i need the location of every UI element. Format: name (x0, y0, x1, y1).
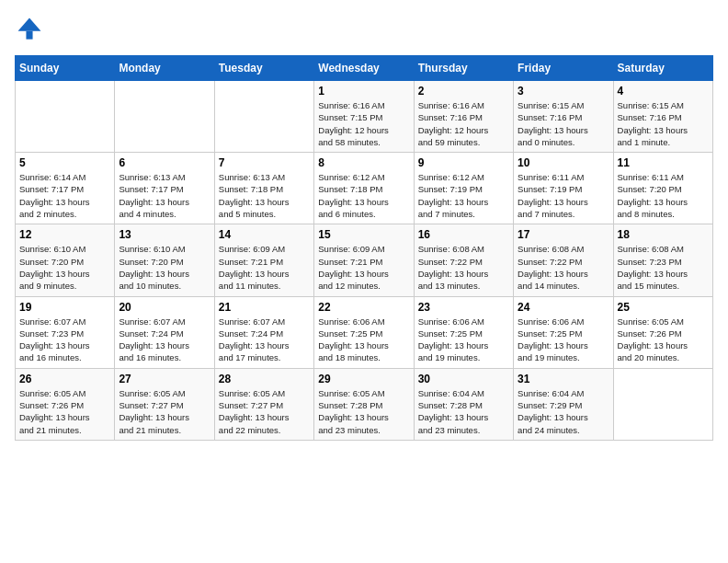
svg-rect-1 (26, 31, 32, 40)
weekday-header: Friday (514, 56, 613, 81)
calendar-cell: 24Sunrise: 6:06 AMSunset: 7:25 PMDayligh… (514, 296, 613, 368)
day-number: 26 (19, 373, 110, 385)
day-number: 21 (219, 301, 310, 314)
day-number: 22 (318, 301, 409, 314)
weekday-header: Thursday (414, 56, 513, 81)
calendar-week-row: 19Sunrise: 6:07 AMSunset: 7:23 PMDayligh… (16, 296, 713, 368)
day-number: 4 (618, 85, 709, 98)
page-header (15, 15, 713, 44)
day-info: Sunrise: 6:07 AMSunset: 7:23 PMDaylight:… (19, 316, 110, 364)
day-number: 8 (318, 156, 409, 169)
day-info: Sunrise: 6:05 AMSunset: 7:27 PMDaylight:… (119, 387, 210, 436)
calendar-cell: 3Sunrise: 6:15 AMSunset: 7:16 PMDaylight… (514, 81, 613, 153)
calendar-cell: 6Sunrise: 6:13 AMSunset: 7:17 PMDaylight… (115, 153, 214, 224)
day-number: 1 (318, 85, 409, 98)
calendar-cell: 8Sunrise: 6:12 AMSunset: 7:18 PMDaylight… (314, 153, 414, 224)
calendar-cell: 28Sunrise: 6:05 AMSunset: 7:27 PMDayligh… (214, 368, 313, 440)
calendar-cell: 4Sunrise: 6:15 AMSunset: 7:16 PMDaylight… (613, 81, 712, 153)
day-number: 5 (19, 156, 110, 169)
calendar-cell: 12Sunrise: 6:10 AMSunset: 7:20 PMDayligh… (16, 224, 115, 296)
calendar-cell: 14Sunrise: 6:09 AMSunset: 7:21 PMDayligh… (214, 224, 313, 296)
day-info: Sunrise: 6:11 AMSunset: 7:19 PMDaylight:… (518, 171, 609, 220)
day-info: Sunrise: 6:15 AMSunset: 7:16 PMDaylight:… (518, 99, 609, 148)
calendar-cell: 9Sunrise: 6:12 AMSunset: 7:19 PMDaylight… (414, 153, 513, 224)
day-info: Sunrise: 6:04 AMSunset: 7:29 PMDaylight:… (518, 387, 609, 436)
calendar-cell: 27Sunrise: 6:05 AMSunset: 7:27 PMDayligh… (115, 368, 214, 440)
weekday-header: Monday (115, 56, 214, 81)
day-info: Sunrise: 6:15 AMSunset: 7:16 PMDaylight:… (618, 99, 709, 148)
day-info: Sunrise: 6:12 AMSunset: 7:18 PMDaylight:… (318, 171, 409, 220)
day-info: Sunrise: 6:07 AMSunset: 7:24 PMDaylight:… (219, 316, 310, 364)
calendar-cell (16, 81, 115, 153)
day-info: Sunrise: 6:12 AMSunset: 7:19 PMDaylight:… (418, 171, 509, 220)
day-number: 16 (418, 228, 509, 241)
day-number: 27 (119, 373, 210, 385)
calendar-cell: 2Sunrise: 6:16 AMSunset: 7:16 PMDaylight… (414, 81, 513, 153)
day-info: Sunrise: 6:13 AMSunset: 7:17 PMDaylight:… (119, 171, 210, 220)
calendar-cell: 19Sunrise: 6:07 AMSunset: 7:23 PMDayligh… (16, 296, 115, 368)
day-info: Sunrise: 6:14 AMSunset: 7:17 PMDaylight:… (19, 171, 110, 220)
calendar-cell: 17Sunrise: 6:08 AMSunset: 7:22 PMDayligh… (514, 224, 613, 296)
calendar-cell: 15Sunrise: 6:09 AMSunset: 7:21 PMDayligh… (314, 224, 414, 296)
calendar-cell: 5Sunrise: 6:14 AMSunset: 7:17 PMDaylight… (16, 153, 115, 224)
calendar-cell: 16Sunrise: 6:08 AMSunset: 7:22 PMDayligh… (414, 224, 513, 296)
day-number: 11 (618, 156, 709, 169)
day-number: 15 (318, 228, 409, 241)
calendar-week-row: 26Sunrise: 6:05 AMSunset: 7:26 PMDayligh… (16, 368, 713, 440)
day-info: Sunrise: 6:05 AMSunset: 7:27 PMDaylight:… (219, 387, 310, 436)
calendar-body: 1Sunrise: 6:16 AMSunset: 7:15 PMDaylight… (16, 81, 713, 441)
calendar-cell: 7Sunrise: 6:13 AMSunset: 7:18 PMDaylight… (214, 153, 313, 224)
svg-marker-0 (18, 18, 41, 31)
day-info: Sunrise: 6:10 AMSunset: 7:20 PMDaylight:… (19, 243, 110, 292)
day-info: Sunrise: 6:08 AMSunset: 7:23 PMDaylight:… (618, 243, 709, 292)
day-number: 13 (119, 228, 210, 241)
day-info: Sunrise: 6:06 AMSunset: 7:25 PMDaylight:… (518, 316, 609, 364)
day-number: 31 (518, 373, 609, 385)
day-number: 9 (418, 156, 509, 169)
weekday-row: SundayMondayTuesdayWednesdayThursdayFrid… (16, 56, 713, 81)
day-number: 3 (518, 85, 609, 98)
calendar-cell: 23Sunrise: 6:06 AMSunset: 7:25 PMDayligh… (414, 296, 513, 368)
day-info: Sunrise: 6:08 AMSunset: 7:22 PMDaylight:… (418, 243, 509, 292)
day-number: 19 (19, 301, 110, 314)
day-number: 7 (219, 156, 310, 169)
logo-icon (15, 15, 44, 44)
day-info: Sunrise: 6:06 AMSunset: 7:25 PMDaylight:… (418, 316, 509, 364)
calendar-cell: 29Sunrise: 6:05 AMSunset: 7:28 PMDayligh… (314, 368, 414, 440)
calendar-header: SundayMondayTuesdayWednesdayThursdayFrid… (16, 56, 713, 81)
calendar-cell (613, 368, 712, 440)
calendar-cell: 10Sunrise: 6:11 AMSunset: 7:19 PMDayligh… (514, 153, 613, 224)
day-number: 30 (418, 373, 509, 385)
calendar-cell: 11Sunrise: 6:11 AMSunset: 7:20 PMDayligh… (613, 153, 712, 224)
day-number: 23 (418, 301, 509, 314)
day-number: 25 (618, 301, 709, 314)
weekday-header: Saturday (613, 56, 712, 81)
day-info: Sunrise: 6:16 AMSunset: 7:16 PMDaylight:… (418, 99, 509, 148)
calendar-cell (214, 81, 313, 153)
day-info: Sunrise: 6:13 AMSunset: 7:18 PMDaylight:… (219, 171, 310, 220)
calendar-cell: 13Sunrise: 6:10 AMSunset: 7:20 PMDayligh… (115, 224, 214, 296)
day-info: Sunrise: 6:16 AMSunset: 7:15 PMDaylight:… (318, 99, 409, 148)
calendar-cell: 18Sunrise: 6:08 AMSunset: 7:23 PMDayligh… (613, 224, 712, 296)
calendar-table: SundayMondayTuesdayWednesdayThursdayFrid… (15, 55, 713, 441)
day-info: Sunrise: 6:07 AMSunset: 7:24 PMDaylight:… (119, 316, 210, 364)
day-number: 14 (219, 228, 310, 241)
day-number: 29 (318, 373, 409, 385)
weekday-header: Sunday (16, 56, 115, 81)
day-info: Sunrise: 6:09 AMSunset: 7:21 PMDaylight:… (318, 243, 409, 292)
day-number: 12 (19, 228, 110, 241)
calendar-cell: 30Sunrise: 6:04 AMSunset: 7:28 PMDayligh… (414, 368, 513, 440)
day-number: 28 (219, 373, 310, 385)
day-info: Sunrise: 6:05 AMSunset: 7:28 PMDaylight:… (318, 387, 409, 436)
logo (15, 15, 48, 44)
day-info: Sunrise: 6:05 AMSunset: 7:26 PMDaylight:… (19, 387, 110, 436)
day-number: 18 (618, 228, 709, 241)
calendar-cell: 31Sunrise: 6:04 AMSunset: 7:29 PMDayligh… (514, 368, 613, 440)
day-number: 10 (518, 156, 609, 169)
weekday-header: Wednesday (314, 56, 414, 81)
calendar-cell: 1Sunrise: 6:16 AMSunset: 7:15 PMDaylight… (314, 81, 414, 153)
calendar-cell: 25Sunrise: 6:05 AMSunset: 7:26 PMDayligh… (613, 296, 712, 368)
day-number: 24 (518, 301, 609, 314)
day-info: Sunrise: 6:10 AMSunset: 7:20 PMDaylight:… (119, 243, 210, 292)
calendar-cell: 22Sunrise: 6:06 AMSunset: 7:25 PMDayligh… (314, 296, 414, 368)
